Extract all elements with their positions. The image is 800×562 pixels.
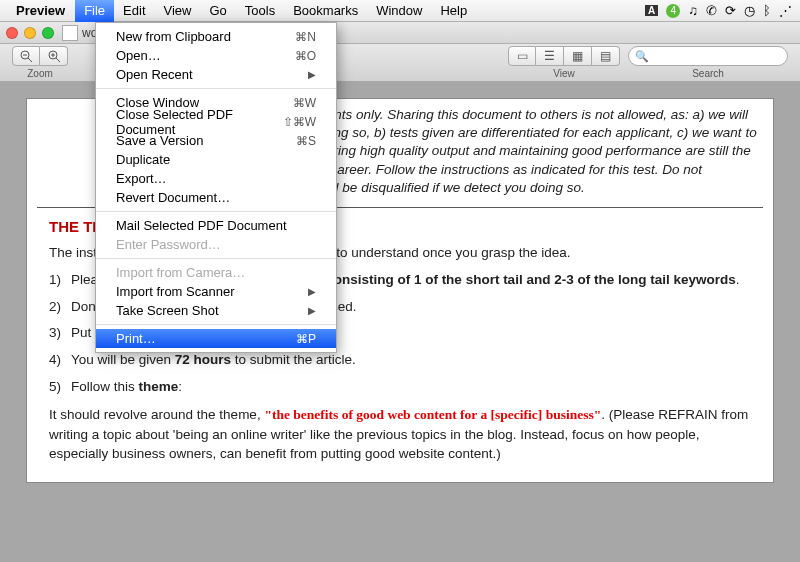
sync-icon[interactable]: ⟳	[725, 3, 736, 18]
traffic-lights	[6, 27, 54, 39]
svg-line-1	[28, 58, 32, 62]
menu-item-label: Import from Scanner	[116, 284, 308, 299]
time-machine-icon[interactable]: ◷	[744, 3, 755, 18]
zoom-in-button[interactable]	[40, 46, 68, 66]
theme-lead: It should revolve around the theme,	[49, 407, 264, 422]
zoom-label: Zoom	[27, 68, 53, 79]
view-mode-2[interactable]: ☰	[536, 46, 564, 66]
file-menu-dropdown: New from Clipboard⌘NOpen…⌘OOpen Recent▶C…	[95, 22, 337, 353]
zoom-button[interactable]	[42, 27, 54, 39]
menu-item-import-from-scanner[interactable]: Import from Scanner▶	[96, 282, 336, 301]
menu-shortcut: ⌘P	[296, 332, 316, 346]
list-item: 4)You will be given 72 hours to submit t…	[49, 351, 751, 370]
close-button[interactable]	[6, 27, 18, 39]
wifi-icon[interactable]: ⋰	[779, 3, 792, 18]
zoom-group: Zoom	[12, 46, 68, 79]
menu-item-open-recent[interactable]: Open Recent▶	[96, 65, 336, 84]
menu-help[interactable]: Help	[431, 0, 476, 22]
menu-item-print[interactable]: Print…⌘P	[96, 329, 336, 348]
menu-item-save-a-version[interactable]: Save a Version⌘S	[96, 131, 336, 150]
menu-item-duplicate[interactable]: Duplicate	[96, 150, 336, 169]
view-label: View	[553, 68, 575, 79]
bluetooth-icon[interactable]: ᛒ	[763, 3, 771, 18]
menu-item-mail-selected-pdf-document[interactable]: Mail Selected PDF Document	[96, 216, 336, 235]
menu-item-revert-document[interactable]: Revert Document…	[96, 188, 336, 207]
document-icon	[62, 25, 78, 41]
theme-highlight: "the benefits of good web content for a …	[264, 407, 601, 422]
list-text: Follow this theme:	[71, 379, 182, 394]
menu-tools[interactable]: Tools	[236, 0, 284, 22]
menu-bookmarks[interactable]: Bookmarks	[284, 0, 367, 22]
list-number: 5)	[49, 378, 61, 397]
menu-item-enter-password: Enter Password…	[96, 235, 336, 254]
zoom-out-button[interactable]	[12, 46, 40, 66]
submenu-arrow-icon: ▶	[308, 286, 316, 297]
menu-edit[interactable]: Edit	[114, 0, 154, 22]
menubar: Preview File Edit View Go Tools Bookmark…	[0, 0, 800, 22]
menu-item-label: Export…	[116, 171, 316, 186]
menu-separator	[96, 324, 336, 325]
menu-item-close-selected-pdf-document[interactable]: Close Selected PDF Document⇧⌘W	[96, 112, 336, 131]
menubar-status: A 4 ♫ ✆ ⟳ ◷ ᛒ ⋰	[645, 3, 792, 18]
svg-line-4	[56, 58, 60, 62]
phone-icon[interactable]: ✆	[706, 3, 717, 18]
menu-item-label: Close Selected PDF Document	[116, 107, 283, 137]
menu-item-label: Enter Password…	[116, 237, 316, 252]
menu-item-label: Duplicate	[116, 152, 316, 167]
view-group: ▭ ☰ ▦ ▤ View	[508, 46, 620, 79]
menu-item-label: Mail Selected PDF Document	[116, 218, 316, 233]
menu-shortcut: ⌘S	[296, 134, 316, 148]
menu-shortcut: ⌘O	[295, 49, 316, 63]
menu-separator	[96, 88, 336, 89]
submenu-arrow-icon: ▶	[308, 69, 316, 80]
menu-separator	[96, 258, 336, 259]
search-icon: 🔍	[635, 50, 649, 63]
view-mode-1[interactable]: ▭	[508, 46, 536, 66]
search-input[interactable]: 🔍	[628, 46, 788, 66]
menu-item-label: Save a Version	[116, 133, 296, 148]
view-mode-3[interactable]: ▦	[564, 46, 592, 66]
menu-view[interactable]: View	[155, 0, 201, 22]
view-mode-4[interactable]: ▤	[592, 46, 620, 66]
menu-shortcut: ⌘W	[293, 96, 316, 110]
minimize-button[interactable]	[24, 27, 36, 39]
list-number: 1)	[49, 271, 61, 290]
menu-item-label: Print…	[116, 331, 296, 346]
itunes-count[interactable]: 4	[666, 4, 680, 18]
menu-item-label: Open…	[116, 48, 295, 63]
list-item: 5)Follow this theme:	[49, 378, 751, 397]
list-number: 4)	[49, 351, 61, 370]
menu-item-label: Open Recent	[116, 67, 308, 82]
theme-para: It should revolve around the theme, "the…	[49, 405, 751, 464]
menu-item-label: Import from Camera…	[116, 265, 316, 280]
menu-item-take-screen-shot[interactable]: Take Screen Shot▶	[96, 301, 336, 320]
music-icon[interactable]: ♫	[688, 3, 698, 18]
menu-item-label: New from Clipboard	[116, 29, 295, 44]
menu-item-new-from-clipboard[interactable]: New from Clipboard⌘N	[96, 27, 336, 46]
menu-shortcut: ⇧⌘W	[283, 115, 316, 129]
adobe-icon[interactable]: A	[645, 5, 658, 16]
menu-item-label: Take Screen Shot	[116, 303, 308, 318]
menu-item-open[interactable]: Open…⌘O	[96, 46, 336, 65]
menu-item-label: Revert Document…	[116, 190, 316, 205]
app-name[interactable]: Preview	[16, 3, 65, 18]
submenu-arrow-icon: ▶	[308, 305, 316, 316]
list-number: 2)	[49, 298, 61, 317]
menu-item-export[interactable]: Export…	[96, 169, 336, 188]
menu-shortcut: ⌘N	[295, 30, 316, 44]
list-text: You will be given 72 hours to submit the…	[71, 352, 356, 367]
menu-window[interactable]: Window	[367, 0, 431, 22]
menu-separator	[96, 211, 336, 212]
menu-item-import-from-camera: Import from Camera…	[96, 263, 336, 282]
search-label: Search	[692, 68, 724, 79]
menu-file[interactable]: File	[75, 0, 114, 22]
search-group: 🔍 Search	[628, 46, 788, 79]
list-number: 3)	[49, 324, 61, 343]
menu-go[interactable]: Go	[200, 0, 235, 22]
